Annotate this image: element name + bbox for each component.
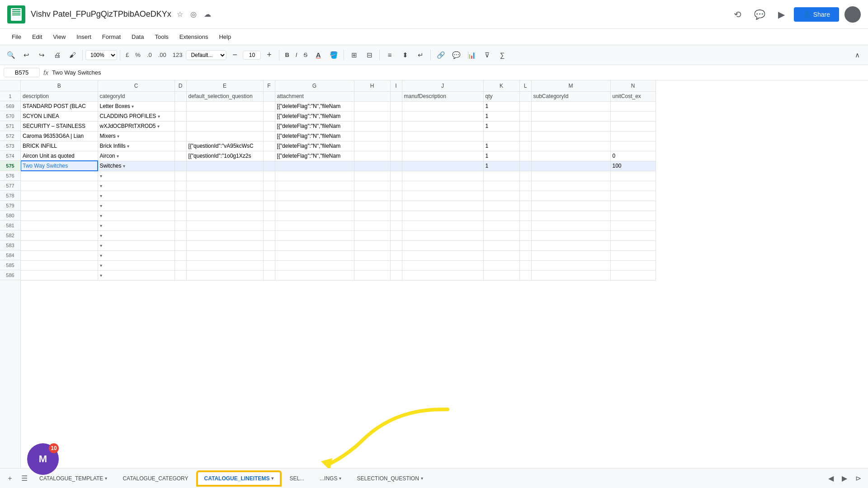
- cell-573-j[interactable]: [402, 141, 483, 151]
- cell-575-g[interactable]: [275, 161, 354, 171]
- cell-572-e[interactable]: [186, 131, 263, 141]
- row-num-576[interactable]: 576: [0, 171, 20, 181]
- cell-574-j[interactable]: [402, 151, 483, 161]
- cell-569-h[interactable]: [354, 101, 390, 111]
- cell-570-j[interactable]: [402, 111, 483, 121]
- col-header-j[interactable]: J: [402, 80, 483, 91]
- tab-catalogue-category[interactable]: CATALOGUE_CATEGORY: [116, 471, 195, 486]
- cell-572-j[interactable]: [402, 131, 483, 141]
- cell-575-e[interactable]: [186, 161, 263, 171]
- cell-572-h[interactable]: [354, 131, 390, 141]
- cell-572-f[interactable]: [263, 131, 275, 141]
- menu-data[interactable]: Data: [127, 32, 148, 42]
- tab-ings[interactable]: ...INGS ▾: [313, 471, 348, 486]
- cell-570-k[interactable]: 1: [483, 111, 519, 121]
- chart-button[interactable]: 📊: [464, 48, 479, 62]
- cell-573-k[interactable]: 1: [483, 141, 519, 151]
- cell-569-k[interactable]: 1: [483, 101, 519, 111]
- cell-575-n[interactable]: 100: [610, 161, 656, 171]
- tab-scroll-left[interactable]: ◀: [825, 472, 837, 485]
- cell-574-b[interactable]: Aircon Unit as quoted: [21, 151, 98, 161]
- font-size-decrease[interactable]: −: [227, 48, 242, 62]
- menu-insert[interactable]: Insert: [72, 32, 96, 42]
- cell-570-f[interactable]: [263, 111, 275, 121]
- cell-569-i[interactable]: [390, 101, 402, 111]
- cell-569-e[interactable]: [186, 101, 263, 111]
- cell-575-d[interactable]: [175, 161, 186, 171]
- col-header-m[interactable]: M: [531, 80, 610, 91]
- col-header-b[interactable]: B: [21, 80, 98, 91]
- align-button[interactable]: ≡: [382, 48, 397, 62]
- cell-572-m[interactable]: [531, 131, 610, 141]
- tab-expand-right[interactable]: ⊳: [852, 472, 864, 485]
- cell-574-n[interactable]: 0: [610, 151, 656, 161]
- cell-569-g[interactable]: [{"deleteFlag":"N","fileNam: [275, 101, 354, 111]
- bold-button[interactable]: B: [282, 51, 292, 59]
- row-num-582[interactable]: 582: [0, 230, 20, 240]
- col-header-c[interactable]: C: [98, 80, 175, 91]
- cell-573-h[interactable]: [354, 141, 390, 151]
- italic-button[interactable]: I: [293, 51, 300, 59]
- comment-icon[interactable]: 💬: [750, 7, 769, 22]
- functions-button[interactable]: ∑: [495, 48, 509, 62]
- wrap-button[interactable]: ↵: [413, 48, 428, 62]
- col-header-e[interactable]: E: [186, 80, 263, 91]
- cell-571-k[interactable]: 1: [483, 121, 519, 131]
- cell-571-c[interactable]: wXJdOCBPRtTXROD5 ▾: [98, 121, 175, 131]
- cell-570-m[interactable]: [531, 111, 610, 121]
- row-header-1[interactable]: 1: [0, 91, 20, 101]
- cell-575-i[interactable]: [390, 161, 402, 171]
- row-num-575[interactable]: 575: [0, 161, 20, 171]
- star-icon[interactable]: ☆: [175, 8, 185, 20]
- row-num-585[interactable]: 585: [0, 260, 20, 270]
- cell-575-l[interactable]: [519, 161, 531, 171]
- drive-icon[interactable]: ◎: [189, 8, 198, 20]
- cell-570-l[interactable]: [519, 111, 531, 121]
- row-num-572[interactable]: 572: [0, 131, 20, 141]
- menu-file[interactable]: File: [7, 32, 26, 42]
- cell-575-m[interactable]: [531, 161, 610, 171]
- cell-573-b[interactable]: BRICK INFILL: [21, 141, 98, 151]
- row-num-580[interactable]: 580: [0, 211, 20, 221]
- cell-570-b[interactable]: SCYON LINEA: [21, 111, 98, 121]
- cell-575-h[interactable]: [354, 161, 390, 171]
- cell-reference[interactable]: B575: [4, 68, 40, 77]
- format-number-button[interactable]: 123: [170, 51, 185, 59]
- menu-extensions[interactable]: Extensions: [175, 32, 213, 42]
- cell-573-c[interactable]: Brick Infills ▾: [98, 141, 175, 151]
- cell-573-n[interactable]: [610, 141, 656, 151]
- cell-571-l[interactable]: [519, 121, 531, 131]
- menu-format[interactable]: Format: [98, 32, 125, 42]
- currency-button[interactable]: £: [123, 51, 132, 59]
- borders-button[interactable]: ⊞: [347, 48, 361, 62]
- cell-573-i[interactable]: [390, 141, 402, 151]
- cell-571-f[interactable]: [263, 121, 275, 131]
- merge-button[interactable]: ⊟: [362, 48, 377, 62]
- cell-569-b[interactable]: STANDARD POST (BLAC: [21, 101, 98, 111]
- cell-570-c[interactable]: CLADDING PROFILES ▾: [98, 111, 175, 121]
- row-num-584[interactable]: 584: [0, 250, 20, 260]
- notification-badge[interactable]: M 10: [25, 441, 61, 477]
- zoom-select[interactable]: 100%: [85, 50, 117, 60]
- cell-569-j[interactable]: [402, 101, 483, 111]
- cell-573-g[interactable]: [{"deleteFlag":"N","fileNam: [275, 141, 354, 151]
- fill-color-button[interactable]: 🪣: [326, 48, 341, 62]
- cell-569-l[interactable]: [519, 101, 531, 111]
- cell-572-n[interactable]: [610, 131, 656, 141]
- row-num-586[interactable]: 586: [0, 270, 20, 280]
- print-button[interactable]: 🖨: [50, 48, 64, 62]
- cell-573-d[interactable]: [175, 141, 186, 151]
- col-header-f[interactable]: F: [263, 80, 275, 91]
- cell-576-b[interactable]: [21, 171, 98, 181]
- tab-scroll-right[interactable]: ▶: [838, 472, 851, 485]
- col-header-d[interactable]: D: [175, 80, 186, 91]
- undo-button[interactable]: ↩: [19, 48, 33, 62]
- cell-569-n[interactable]: [610, 101, 656, 111]
- cell-570-d[interactable]: [175, 111, 186, 121]
- cell-575-f[interactable]: [263, 161, 275, 171]
- cell-572-g[interactable]: [{"deleteFlag":"N","fileNam: [275, 131, 354, 141]
- cell-569-c[interactable]: Letter Boxes ▾: [98, 101, 175, 111]
- text-color-button[interactable]: A: [311, 48, 326, 62]
- cell-575-j[interactable]: [402, 161, 483, 171]
- row-num-583[interactable]: 583: [0, 240, 20, 250]
